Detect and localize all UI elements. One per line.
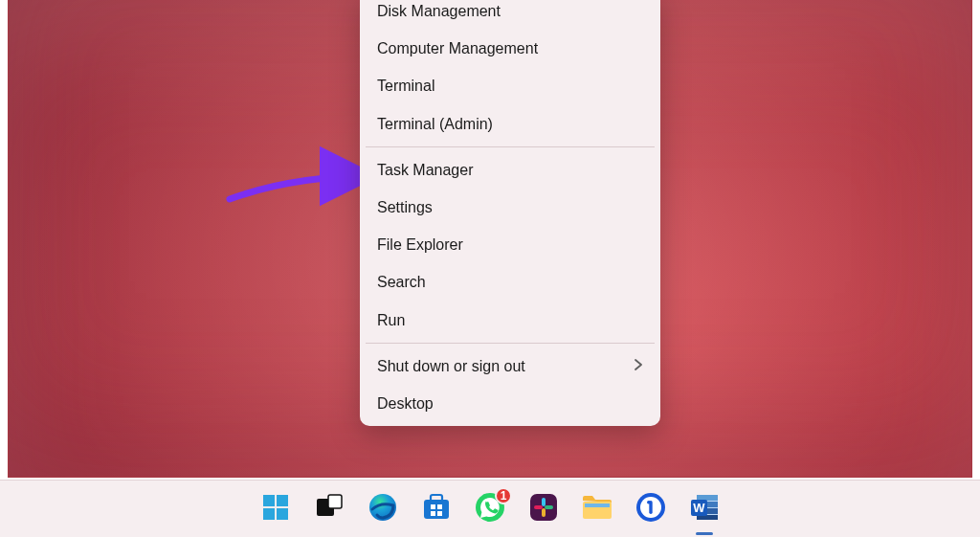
svg-rect-3	[277, 508, 288, 520]
svg-rect-15	[542, 498, 546, 506]
menu-item-label: Computer Management	[377, 39, 538, 57]
menu-item-task-manager[interactable]: Task Manager	[364, 151, 657, 189]
slack-icon	[528, 492, 559, 526]
menu-item-terminal-admin[interactable]: Terminal (Admin)	[364, 105, 657, 143]
menu-item-shut-down-or-sign-out[interactable]: Shut down or sign out	[364, 347, 657, 385]
svg-rect-8	[431, 495, 442, 502]
menu-item-computer-management[interactable]: Computer Management	[364, 30, 657, 67]
active-app-indicator	[696, 532, 713, 535]
winx-context-menu: Disk Management Computer Management Term…	[360, 0, 660, 426]
taskbar: 1	[0, 480, 980, 537]
svg-rect-1	[277, 495, 288, 506]
menu-item-label: Terminal	[377, 77, 434, 95]
menu-item-disk-management[interactable]: Disk Management	[364, 0, 657, 30]
svg-rect-11	[431, 511, 435, 516]
taskbar-slack[interactable]	[523, 489, 564, 529]
svg-rect-16	[545, 505, 553, 509]
svg-text:W: W	[693, 501, 705, 515]
taskbar-task-view[interactable]	[309, 489, 349, 529]
svg-rect-20	[585, 503, 610, 507]
menu-separator	[366, 343, 655, 344]
start-icon	[261, 493, 290, 526]
menu-item-label: Run	[377, 311, 405, 329]
taskbar-file-explorer[interactable]	[577, 489, 617, 529]
svg-rect-12	[437, 511, 442, 516]
menu-item-label: File Explorer	[377, 235, 463, 254]
menu-separator	[366, 146, 655, 147]
taskbar-1password[interactable]	[631, 489, 671, 529]
menu-item-label: Desktop	[377, 394, 434, 413]
svg-rect-0	[263, 495, 275, 506]
svg-rect-9	[431, 504, 435, 509]
menu-item-label: Terminal (Admin)	[377, 115, 493, 133]
svg-rect-24	[647, 501, 651, 503]
menu-item-file-explorer[interactable]: File Explorer	[364, 226, 657, 263]
svg-rect-17	[542, 508, 546, 517]
svg-rect-18	[534, 505, 543, 509]
taskbar-microsoft-store[interactable]	[416, 489, 457, 529]
menu-item-search[interactable]: Search	[364, 263, 657, 301]
menu-item-terminal[interactable]: Terminal	[364, 67, 657, 104]
word-icon: W	[689, 492, 720, 526]
chevron-right-icon	[634, 358, 643, 374]
taskbar-edge[interactable]	[363, 489, 403, 529]
taskbar-pinned-area: 1	[246, 489, 734, 529]
microsoft-store-icon	[421, 492, 452, 526]
menu-item-label: Shut down or sign out	[377, 357, 525, 375]
svg-rect-10	[437, 504, 442, 509]
notification-badge: 1	[495, 487, 512, 504]
taskbar-whatsapp[interactable]: 1	[470, 489, 510, 529]
menu-item-label: Search	[377, 273, 426, 291]
edge-icon	[368, 492, 398, 526]
onepassword-icon	[635, 492, 666, 526]
menu-item-run[interactable]: Run	[364, 302, 657, 339]
taskbar-word[interactable]: W	[684, 489, 724, 529]
file-explorer-icon	[581, 493, 613, 526]
taskbar-start-button[interactable]	[256, 489, 296, 529]
menu-item-label: Task Manager	[377, 161, 474, 179]
menu-item-settings[interactable]: Settings	[364, 189, 657, 226]
menu-item-label: Disk Management	[377, 2, 501, 20]
menu-item-desktop[interactable]: Desktop	[364, 385, 657, 422]
menu-item-label: Settings	[377, 198, 433, 216]
svg-rect-2	[263, 508, 275, 520]
task-view-icon	[315, 493, 344, 526]
svg-rect-5	[328, 495, 342, 508]
